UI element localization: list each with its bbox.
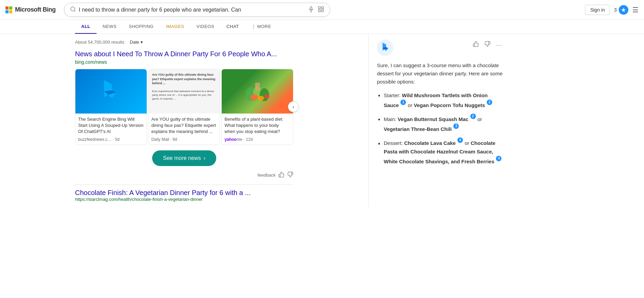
news-card-3-image <box>222 69 293 114</box>
reward-count: 3 <box>614 7 617 13</box>
panel-starter-item: Starter: Wild Mushroom Tartlets with Oni… <box>384 91 503 109</box>
panel-menu-list: Starter: Wild Mushroom Tartlets with Oni… <box>377 91 503 166</box>
results-info: About 54,700,000 results Date ▾ <box>75 40 293 45</box>
bing-logo-text: Microsoft Bing <box>15 6 56 13</box>
panel-dessert-item: Dessert: Chocolate Lava Cake 4 or Chocol… <box>384 137 503 165</box>
header-right: Sign in 3 ☰ <box>585 5 639 15</box>
see-more-news-area: See more news › <box>75 150 293 166</box>
bing-logo-card-image <box>75 69 147 114</box>
news-card-1-body: The Search Engine Bing Will Start Using … <box>75 114 147 145</box>
search-input[interactable] <box>79 7 305 13</box>
svg-rect-6 <box>322 7 324 9</box>
hamburger-menu-icon[interactable]: ☰ <box>632 6 639 14</box>
divider-1 <box>75 184 293 185</box>
tab-videos[interactable]: VIDEOS <box>190 20 220 34</box>
date-filter-label: Date <box>130 40 139 45</box>
panel-actions: ⋯ <box>471 40 503 50</box>
search-bar-icons <box>308 6 324 14</box>
ms-logo-blue <box>5 10 9 13</box>
bing-ai-panel: ⋯ Sure, I can suggest a 3-course menu wi… <box>377 40 503 166</box>
starter-label: Starter: <box>384 92 402 98</box>
nav-tabs: ALL NEWS SHOPPING IMAGES VIDEOS CHAT ⋮ M… <box>0 20 644 34</box>
thumbs-up-feedback-icon[interactable] <box>278 172 284 179</box>
news-next-button[interactable]: › <box>288 101 299 112</box>
main-ref1: 2 <box>470 114 476 119</box>
news-card-2-title: Are YOU guilty of this ultimate dining f… <box>151 116 217 135</box>
chevron-down-icon: ▾ <box>141 40 143 45</box>
left-column: About 54,700,000 results Date ▾ News abo… <box>0 34 368 207</box>
news-source: bing.com/news <box>75 59 293 65</box>
ms-logo-yellow <box>9 10 12 13</box>
svg-rect-5 <box>319 7 321 9</box>
starter-option2: Vegan Popcorn Tofu Nuggets <box>414 102 485 108</box>
see-more-news-button[interactable]: See more news › <box>152 150 217 166</box>
panel-thumbs-up-button[interactable] <box>471 40 480 50</box>
news-section: News about I Need To Throw A Dinner Part… <box>75 50 293 179</box>
dessert-ref1: 4 <box>457 137 463 143</box>
svg-point-12 <box>250 94 258 101</box>
microphone-icon[interactable] <box>308 6 314 13</box>
visual-search-icon[interactable] <box>318 6 324 14</box>
second-result: Chocolate Finish: A Vegetarian Dinner Pa… <box>75 189 293 202</box>
news-card-3[interactable]: Benefits of a plant-based diet: What hap… <box>221 69 293 145</box>
news-card-1-meta: buzzfeednews.c… · 5d <box>78 137 144 142</box>
dessert-option1: Chocolate Lava Cake <box>404 140 456 146</box>
logo-area: Microsoft Bing <box>5 6 60 13</box>
tab-chat[interactable]: CHAT <box>220 20 245 34</box>
panel-header: ⋯ <box>377 40 503 56</box>
news-card-2-meta: Daily Mail · 9d <box>151 137 217 142</box>
microsoft-logo <box>5 6 12 13</box>
news-card-3-meta: yahoo/life · 12d <box>224 137 290 142</box>
starter-ref1: 1 <box>400 100 406 105</box>
svg-point-0 <box>71 7 75 11</box>
feedback-row: feedback <box>75 172 293 179</box>
main-layout: About 54,700,000 results Date ▾ News abo… <box>0 34 644 207</box>
starter-ref2: 2 <box>487 100 492 105</box>
news-title-link[interactable]: News about I Need To Throw A Dinner Part… <box>75 50 293 58</box>
see-more-news-label: See more news <box>163 155 201 161</box>
panel-thumbs-down-button[interactable] <box>483 40 492 50</box>
news-section-title: News about I Need To Throw A Dinner Part… <box>75 50 293 58</box>
search-icon <box>70 6 76 14</box>
reward-area: 3 <box>614 5 628 15</box>
chevron-right-icon: › <box>204 155 205 161</box>
reward-icon[interactable] <box>619 5 628 15</box>
news-cards: The Search Engine Bing Will Start Using … <box>75 69 293 145</box>
bing-panel-logo <box>377 40 393 56</box>
news-card-2-body: Are YOU guilty of this ultimate dining f… <box>149 114 220 145</box>
ms-logo-green <box>9 6 12 10</box>
news-card-2[interactable]: Are YOU guilty of this ultimate dining f… <box>148 69 220 145</box>
ms-logo-red <box>5 6 9 10</box>
main-ref2: 3 <box>453 123 459 129</box>
tab-images[interactable]: IMAGES <box>160 20 190 34</box>
header: Microsoft Bing <box>0 0 644 20</box>
svg-point-13 <box>258 96 264 101</box>
search-bar[interactable] <box>64 3 330 17</box>
news-card-2-image: Are YOU guilty of this ultimate dining f… <box>149 69 220 114</box>
panel-more-options-button[interactable]: ⋯ <box>495 40 503 50</box>
panel-intro-text: Sure, I can suggest a 3-course menu with… <box>377 61 503 86</box>
sign-in-button[interactable]: Sign in <box>585 5 610 15</box>
tab-shopping[interactable]: SHOPPING <box>123 20 160 34</box>
thumbs-down-feedback-icon[interactable] <box>287 172 293 179</box>
second-result-url: https://starctmag.com/health/chocolate-f… <box>75 197 293 202</box>
news-card-1[interactable]: The Search Engine Bing Will Start Using … <box>75 69 147 145</box>
svg-rect-8 <box>322 10 324 12</box>
results-count: About 54,700,000 results <box>75 40 125 45</box>
news-card-1-title: The Search Engine Bing Will Start Using … <box>78 116 144 135</box>
date-filter[interactable]: Date ▾ <box>130 40 143 45</box>
more-dots-icon: ⋮ <box>251 24 256 29</box>
dessert-label: Dessert: <box>384 140 404 146</box>
right-column: ⋯ Sure, I can suggest a 3-course menu wi… <box>368 34 512 207</box>
second-result-link[interactable]: Chocolate Finish: A Vegetarian Dinner Pa… <box>75 189 251 196</box>
panel-main-item: Main: Vegan Butternut Squash Mac 2 or Ve… <box>384 114 503 133</box>
tab-all[interactable]: ALL <box>75 20 97 34</box>
news-card-3-body: Benefits of a plant-based diet: What hap… <box>222 114 293 145</box>
news-card-3-title: Benefits of a plant-based diet: What hap… <box>224 116 290 135</box>
tab-news[interactable]: NEWS <box>97 20 123 34</box>
svg-rect-2 <box>310 7 312 10</box>
tab-more[interactable]: ⋮ MORE <box>245 20 278 34</box>
main-option1: Vegan Butternut Squash Mac <box>398 116 469 122</box>
main-option2: Vegetarian Three-Bean Chili <box>384 126 452 132</box>
second-result-title: Chocolate Finish: A Vegetarian Dinner Pa… <box>75 189 293 197</box>
